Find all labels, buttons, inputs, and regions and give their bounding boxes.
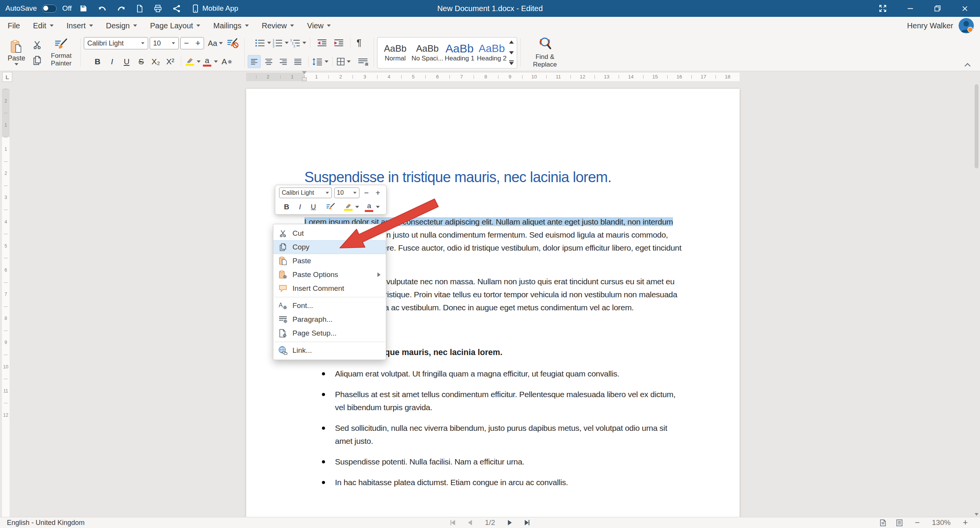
style-heading-2[interactable]: AaBb Heading 2 xyxy=(475,39,508,66)
language-indicator[interactable]: English - United Kingdom xyxy=(0,519,85,527)
line-spacing-button[interactable] xyxy=(312,58,328,66)
ruler-number: 1 xyxy=(280,73,304,81)
style-normal[interactable]: AaBb Normal xyxy=(379,39,411,66)
bullet-list-button[interactable] xyxy=(255,39,271,47)
style-heading-1[interactable]: AaBb Heading 1 xyxy=(443,39,475,66)
indent-marker[interactable] xyxy=(302,71,307,74)
print-layout-view-icon[interactable] xyxy=(880,519,886,526)
print-icon[interactable] xyxy=(151,3,165,14)
styles-scroll-down-icon[interactable] xyxy=(509,51,514,54)
mini-highlight-button[interactable] xyxy=(343,203,359,211)
collapse-ribbon-icon[interactable] xyxy=(965,62,970,68)
italic-button[interactable]: I xyxy=(106,55,119,68)
context-menu-cut[interactable]: Cut xyxy=(273,227,386,240)
mini-font-color-button[interactable]: a xyxy=(364,202,380,212)
context-menu-copy[interactable]: Copy xyxy=(273,240,386,254)
grow-font-button[interactable]: + xyxy=(192,38,204,49)
context-menu-link[interactable]: Link... xyxy=(273,344,386,357)
clear-formatting-button[interactable] xyxy=(224,37,241,49)
mini-font-size-select[interactable]: 10 xyxy=(334,187,359,198)
scrollbar-thumb[interactable] xyxy=(975,84,978,168)
autosave-toggle[interactable] xyxy=(42,5,57,13)
borders-button[interactable] xyxy=(336,57,351,66)
pilcrow-button[interactable]: ¶ xyxy=(354,37,364,49)
undo-icon[interactable] xyxy=(95,3,109,14)
strikethrough-button[interactable]: S xyxy=(135,55,148,68)
paragraph-settings-button[interactable] xyxy=(355,57,371,66)
multilevel-list-button[interactable]: 123 xyxy=(290,39,306,47)
cut-button[interactable] xyxy=(29,39,45,50)
font-color-button[interactable]: a xyxy=(202,57,218,67)
next-page-icon[interactable] xyxy=(508,520,512,525)
horizontal-ruler: 21 123456789101112131415161718 xyxy=(246,73,740,81)
minimize-icon[interactable] xyxy=(907,5,914,12)
copy-button[interactable] xyxy=(29,55,45,66)
mini-shrink-font-button[interactable]: − xyxy=(362,188,371,198)
context-menu-paragraph[interactable]: Paragraph... xyxy=(273,313,386,326)
indent-marker[interactable] xyxy=(302,77,307,81)
highlighter-icon xyxy=(185,57,195,66)
find-replace-button[interactable]: Find & Replace xyxy=(524,36,566,69)
menu-file[interactable]: File xyxy=(0,17,26,34)
share-icon[interactable] xyxy=(170,3,183,14)
menu-edit[interactable]: Edit xyxy=(26,17,60,34)
menu-view[interactable]: View xyxy=(301,17,337,34)
redo-icon[interactable] xyxy=(114,3,128,14)
format-painter-button[interactable]: Format Painter xyxy=(45,36,77,69)
context-menu-paste-options[interactable]: Paste Options xyxy=(273,268,386,282)
chevron-down-icon xyxy=(50,24,54,27)
font-name-select[interactable]: Calibri Light xyxy=(84,37,148,49)
zoom-in-button[interactable]: + xyxy=(960,517,970,528)
align-right-button[interactable] xyxy=(277,55,290,68)
bold-button[interactable]: B xyxy=(91,55,104,68)
change-case-button[interactable]: Aa xyxy=(208,39,223,48)
zoom-out-button[interactable]: − xyxy=(913,517,922,528)
font-settings-button[interactable]: A xyxy=(219,57,234,67)
styles-more-icon[interactable] xyxy=(509,62,514,65)
previous-page-icon[interactable] xyxy=(468,520,472,525)
underline-button[interactable]: U xyxy=(120,55,133,68)
menu-design[interactable]: Design xyxy=(100,17,144,34)
save-icon[interactable] xyxy=(77,3,90,13)
numbered-list-button[interactable]: 123 xyxy=(273,39,289,47)
increase-indent-button[interactable] xyxy=(331,38,346,48)
highlight-color-button[interactable] xyxy=(185,57,201,66)
tab-selector[interactable]: L xyxy=(2,72,12,82)
styles-scroll-up-icon[interactable] xyxy=(509,41,514,44)
shrink-font-button[interactable]: − xyxy=(181,38,192,49)
last-page-icon[interactable] xyxy=(525,520,529,525)
menu-review[interactable]: Review xyxy=(255,17,301,34)
context-menu-font[interactable]: A Font... xyxy=(273,299,386,313)
fullscreen-icon[interactable] xyxy=(879,4,887,13)
superscript-button[interactable]: X² xyxy=(164,55,177,68)
reading-view-icon[interactable] xyxy=(896,519,903,526)
avatar[interactable] xyxy=(959,18,974,33)
new-document-icon[interactable] xyxy=(134,3,146,14)
menu-insert[interactable]: Insert xyxy=(60,17,100,34)
justify-button[interactable] xyxy=(291,55,304,68)
style-no-spacing[interactable]: AaBb No Spaci... xyxy=(411,39,443,66)
mini-bold-button[interactable]: B xyxy=(282,202,292,212)
mini-grow-font-button[interactable]: + xyxy=(373,188,382,198)
mini-font-name-select[interactable]: Calibri Light xyxy=(279,187,332,198)
mini-underline-button[interactable]: U xyxy=(309,202,318,212)
scroll-down-icon[interactable] xyxy=(975,513,978,516)
paste-button[interactable]: Paste xyxy=(4,36,29,69)
context-menu-page-setup[interactable]: Page Setup... xyxy=(273,326,386,340)
context-menu-paste[interactable]: Paste xyxy=(273,254,386,268)
menu-page-layout[interactable]: Page Layout xyxy=(144,17,207,34)
mini-italic-button[interactable]: I xyxy=(297,202,303,212)
align-left-button[interactable] xyxy=(248,55,261,68)
first-page-icon[interactable] xyxy=(451,520,455,525)
font-size-select[interactable]: 10 xyxy=(150,37,179,49)
align-center-button[interactable] xyxy=(262,55,275,68)
menu-mailings[interactable]: Mailings xyxy=(207,17,255,34)
mobile-app-button[interactable]: Mobile App xyxy=(193,4,238,13)
restore-icon[interactable] xyxy=(934,5,941,12)
decrease-indent-button[interactable] xyxy=(314,38,330,48)
mini-format-painter-button[interactable] xyxy=(323,202,338,212)
ruler-number: 13 xyxy=(595,73,619,81)
close-icon[interactable] xyxy=(961,5,969,12)
subscript-button[interactable]: X₂ xyxy=(149,55,162,68)
context-menu-insert-comment[interactable]: Insert Comment xyxy=(273,282,386,295)
